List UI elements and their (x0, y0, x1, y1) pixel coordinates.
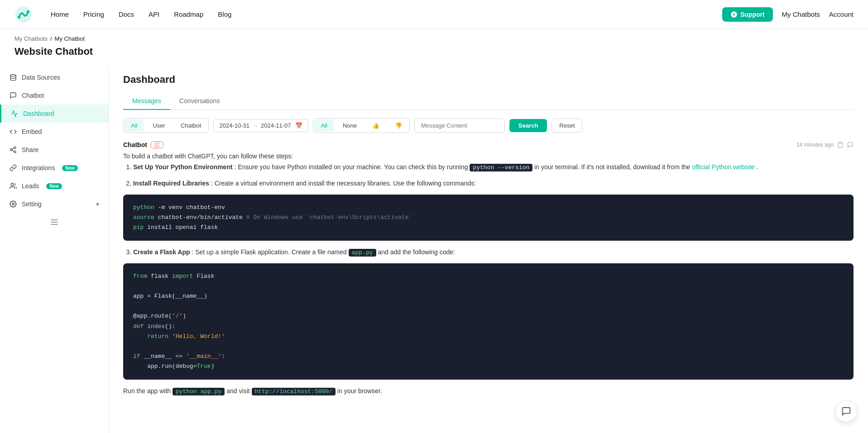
sidebar-item-share[interactable]: Share (0, 141, 108, 159)
code-line-from: from flask import Flask (133, 271, 844, 281)
breadcrumb-parent[interactable]: My Chatbots (14, 35, 48, 42)
svg-point-2 (27, 10, 29, 13)
search-button[interactable]: Search (509, 119, 547, 132)
tab-conversations[interactable]: Conversations (170, 93, 229, 110)
date-range-filter[interactable]: 2024-10-31 → 2024-11-07 📅 (213, 119, 308, 132)
database-icon (9, 73, 17, 81)
code-block-2: from flask import Flask app = Flask(__na… (123, 263, 854, 380)
svg-point-1 (18, 16, 20, 19)
leads-icon (9, 182, 17, 190)
message-steps-cont: Create a Flask App : Set up a simple Fla… (123, 247, 854, 258)
message-card: Chatbot 14 minutes ago To build a chatbo… (123, 141, 854, 397)
sidebar-item-setting[interactable]: Setting ▾ (0, 195, 108, 213)
message-sender: Chatbot (123, 141, 147, 148)
code-line-run: app.run(debug=True) (133, 362, 844, 371)
code-line-main: if __name__ == '__main__': (133, 352, 844, 362)
date-from: 2024-10-31 (219, 122, 249, 129)
reaction-thumbsdown-btn[interactable]: 👎 (388, 119, 408, 132)
code-line-2: source chatbot-env/bin/activate # On Win… (133, 213, 844, 223)
message-steps: Set Up Your Python Environment : Ensure … (123, 162, 854, 189)
step-2: Install Required Libraries : Create a vi… (133, 178, 854, 189)
navbar-right: Support My Chatbots Account (722, 7, 854, 22)
nav-home[interactable]: Home (51, 10, 69, 18)
step-1-title: Set Up Your Python Environment (133, 163, 233, 171)
logo[interactable] (14, 5, 33, 24)
sidebar-label-leads: Leads (22, 182, 39, 190)
support-button[interactable]: Support (722, 7, 773, 22)
message-time: 14 minutes ago (796, 142, 854, 148)
navbar: Home Pricing Docs API Roadmap Blog Suppo… (0, 0, 868, 29)
calendar-icon: 📅 (295, 122, 302, 129)
account-link[interactable]: Account (829, 10, 854, 18)
leads-badge: New (46, 183, 62, 189)
integrations-icon (9, 164, 17, 172)
svg-rect-14 (839, 142, 842, 143)
step-1: Set Up Your Python Environment : Ensure … (133, 162, 854, 173)
filter-user-btn[interactable]: User (146, 119, 171, 132)
sidebar-expand-btn[interactable] (0, 213, 108, 231)
code-line-route: @app.route('/') (133, 311, 844, 321)
code-block-1: python -m venv chatbot-env source chatbo… (123, 195, 854, 241)
svg-point-5 (10, 149, 12, 151)
chevron-down-icon: ▾ (96, 200, 99, 208)
filters-bar: All User Chatbot 2024-10-31 → 2024-11-07… (123, 118, 854, 133)
nav-roadmap[interactable]: Roadmap (174, 10, 203, 18)
my-chatbots-link[interactable]: My Chatbots (782, 10, 820, 18)
sender-filter-group: All User Chatbot (123, 118, 209, 133)
dashboard-title: Dashboard (123, 74, 854, 86)
breadcrumb-current: My Chatbot (55, 35, 85, 42)
step-2-title: Install Required Libraries (133, 180, 209, 187)
svg-line-7 (12, 150, 14, 152)
sidebar: Data Sources Chatbot Dashboard Embed Sha (0, 65, 109, 433)
step-1-code: python --version (470, 164, 532, 171)
message-header: Chatbot 14 minutes ago (123, 141, 854, 148)
layout: Data Sources Chatbot Dashboard Embed Sha (0, 65, 868, 433)
sidebar-label-data-sources: Data Sources (22, 74, 60, 81)
message-search-input[interactable] (414, 119, 505, 133)
sidebar-item-embed[interactable]: Embed (0, 123, 108, 141)
nav-links: Home Pricing Docs API Roadmap Blog (51, 10, 722, 18)
sidebar-label-embed: Embed (22, 128, 42, 135)
step-3-title: Create a Flask App (133, 248, 190, 256)
sidebar-item-leads[interactable]: Leads New (0, 177, 108, 195)
code-line-def: def index(): (133, 322, 844, 332)
step-3-code: app.py (349, 249, 376, 257)
chat-bubble-button[interactable] (835, 400, 857, 422)
embed-icon (9, 128, 17, 136)
reset-button[interactable]: Reset (551, 119, 582, 133)
svg-point-4 (14, 147, 16, 148)
reaction-thumbsup-btn[interactable]: 👍 (366, 119, 386, 132)
sidebar-item-chatbot[interactable]: Chatbot (0, 86, 108, 105)
date-to: 2024-11-07 (261, 122, 291, 129)
date-arrow-icon: → (252, 122, 258, 129)
filter-all-btn[interactable]: All (125, 119, 144, 132)
sidebar-item-data-sources[interactable]: Data Sources (0, 68, 108, 86)
nav-pricing[interactable]: Pricing (83, 10, 104, 18)
sidebar-item-dashboard[interactable]: Dashboard (0, 105, 108, 123)
main-content: Dashboard Messages Conversations All Use… (109, 65, 868, 433)
code-line-app: app = Flask(__name__) (133, 291, 844, 301)
setting-icon (9, 200, 17, 208)
step-3: Create a Flask App : Set up a simple Fla… (133, 247, 854, 258)
nav-docs[interactable]: Docs (119, 10, 134, 18)
page-title: Website Chatbot (0, 42, 868, 65)
python-website-link[interactable]: official Python website (692, 163, 754, 171)
sidebar-label-chatbot: Chatbot (22, 92, 44, 99)
reaction-all-btn[interactable]: All (314, 119, 333, 132)
message-body: To build a chatbot with ChatGPT, you can… (123, 151, 854, 397)
nav-api[interactable]: API (149, 10, 159, 18)
message-edit-button[interactable] (151, 141, 163, 148)
message-intro: To build a chatbot with ChatGPT, you can… (123, 151, 854, 162)
sidebar-item-integrations[interactable]: Integrations New (0, 159, 108, 177)
svg-point-3 (10, 74, 16, 76)
dashboard-icon (10, 109, 19, 118)
code-line-3: pip install openai flask (133, 223, 844, 233)
footer-code-2: http://localhost:5000/ (252, 388, 336, 395)
breadcrumb: My Chatbots / My Chatbot (0, 29, 868, 42)
tab-messages[interactable]: Messages (123, 93, 170, 110)
filter-chatbot-btn[interactable]: Chatbot (174, 119, 208, 132)
reaction-none-btn[interactable]: None (336, 119, 363, 132)
share-icon (9, 146, 17, 154)
nav-blog[interactable]: Blog (218, 10, 231, 18)
svg-line-8 (12, 148, 14, 149)
